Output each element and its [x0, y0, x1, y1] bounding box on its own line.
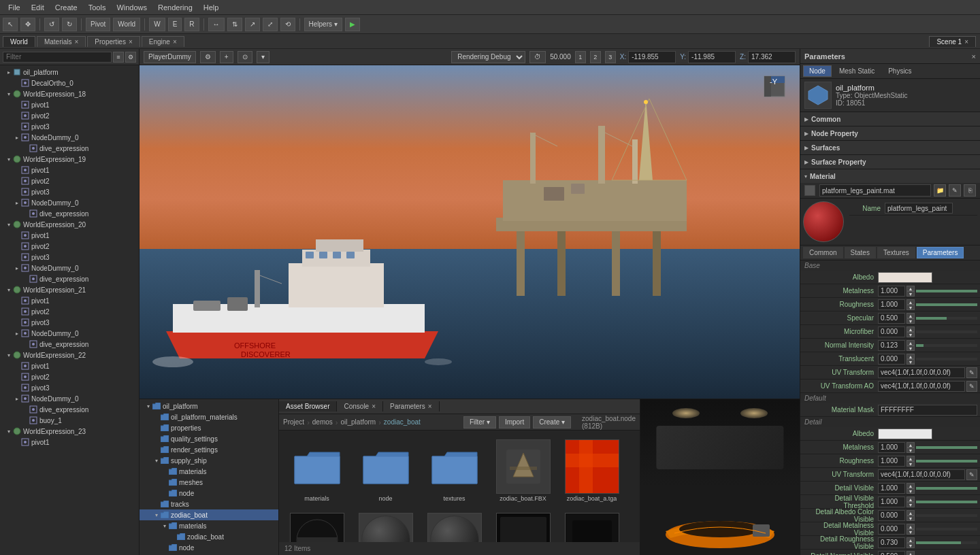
- spin-up[interactable]: ▲: [906, 483, 915, 488]
- slider-track[interactable]: [916, 446, 977, 449]
- tab-materials[interactable]: Materials ×: [37, 36, 86, 47]
- zodiac-boat-preview[interactable]: [640, 487, 800, 555]
- toolbar-redo-btn[interactable]: ↻: [62, 18, 77, 31]
- right-tab-node[interactable]: Node: [803, 65, 832, 77]
- spin-up[interactable]: ▲: [906, 537, 915, 543]
- scene-tree-item[interactable]: pivot3: [0, 382, 139, 393]
- viewport-3d[interactable]: OFFSHORE DISCOVERER -Y: [140, 65, 800, 399]
- spin-down[interactable]: ▼: [906, 318, 915, 324]
- slider-track[interactable]: [916, 528, 977, 531]
- section-surface-property-header[interactable]: ▶ Surface Property: [800, 155, 980, 169]
- spin-up[interactable]: ▲: [906, 354, 915, 359]
- asset-tab-console-close[interactable]: ×: [372, 403, 376, 410]
- asset-tab-params[interactable]: Parameters ×: [383, 401, 440, 411]
- slider-input[interactable]: [878, 456, 905, 467]
- breadcrumb-demos[interactable]: demos: [312, 418, 333, 426]
- mat-tab-parameters[interactable]: Parameters: [917, 247, 964, 258]
- text-input[interactable]: [878, 367, 965, 378]
- vp-zoom-mid[interactable]: 2: [590, 51, 601, 63]
- scene-tree-item[interactable]: ▸NodeDummy_0: [0, 328, 139, 339]
- slider-input[interactable]: [878, 551, 905, 556]
- section-common-header[interactable]: ▶ Common: [800, 112, 980, 126]
- scene-tree-item[interactable]: dive_expression: [0, 143, 139, 154]
- asset-item[interactable]: zodiac_boat.FBX: [491, 436, 555, 505]
- material-name-input[interactable]: [885, 203, 953, 214]
- slider-track[interactable]: [916, 541, 977, 544]
- scene-tree-item[interactable]: pivot2: [0, 371, 139, 382]
- spin-down[interactable]: ▼: [906, 346, 915, 351]
- folder-tree-item[interactable]: ▾zodiac_boat: [140, 509, 278, 520]
- scene-tree-item[interactable]: ▸NodeDummy_0: [0, 197, 139, 208]
- slider-input[interactable]: [878, 340, 905, 351]
- scene-tree-item[interactable]: ▾WorldExpression_18: [0, 88, 139, 99]
- scene-tree-item[interactable]: dive_expression: [0, 208, 139, 219]
- filter-settings-btn[interactable]: ⚙: [125, 52, 136, 63]
- asset-item[interactable]: zodiac_boat_a.tga: [559, 436, 624, 505]
- breadcrumb-zodiac-boat[interactable]: zodiac_boat: [384, 418, 421, 426]
- color-swatch[interactable]: [878, 428, 932, 439]
- asset-filter-btn[interactable]: Filter ▾: [463, 416, 496, 428]
- spin-up[interactable]: ▲: [906, 551, 915, 556]
- scene-tree-item[interactable]: pivot1: [0, 437, 139, 448]
- scene-tree-item[interactable]: pivot3: [0, 121, 139, 132]
- asset-item[interactable]: zodiac_boat_alb...: [284, 509, 349, 542]
- menu-windows[interactable]: Windows: [111, 2, 152, 13]
- slider-input[interactable]: [878, 510, 905, 521]
- folder-tree-item[interactable]: ▾materials: [140, 520, 278, 531]
- toolbar-snap4-btn[interactable]: ⤢: [263, 18, 278, 31]
- folder-tree-item[interactable]: node: [140, 488, 278, 499]
- slider-input[interactable]: [878, 286, 905, 297]
- menu-rendering[interactable]: Rendering: [152, 2, 198, 13]
- spin-down[interactable]: ▼: [906, 448, 915, 453]
- vp-camera-btn[interactable]: ⊙: [238, 51, 252, 63]
- asset-tab-params-close[interactable]: ×: [428, 403, 432, 410]
- scene-tree-item[interactable]: ▾WorldExpression_23: [0, 426, 139, 437]
- spin-up[interactable]: ▲: [906, 326, 915, 332]
- folder-tree-item[interactable]: render_settings: [140, 444, 278, 455]
- scene-tree-item[interactable]: ▾WorldExpression_21: [0, 284, 139, 295]
- text-input[interactable]: [878, 381, 965, 392]
- toolbar-select-btn[interactable]: ↖: [3, 18, 18, 31]
- scene-tree-item[interactable]: buoy_1: [0, 415, 139, 426]
- toolbar-e-btn[interactable]: E: [168, 18, 182, 31]
- scene-tree-item[interactable]: dive_expression: [0, 404, 139, 415]
- spin-up[interactable]: ▲: [906, 497, 915, 502]
- folder-tree-item[interactable]: node: [140, 542, 278, 553]
- toolbar-play-btn[interactable]: ▶: [345, 18, 360, 31]
- slider-input[interactable]: [878, 442, 905, 453]
- tab-properties[interactable]: Properties ×: [87, 36, 140, 47]
- color-swatch[interactable]: [878, 272, 932, 283]
- slider-track[interactable]: [916, 317, 977, 320]
- text-input[interactable]: [878, 405, 977, 416]
- material-sphere-preview[interactable]: [803, 201, 844, 242]
- folder-tree-item[interactable]: ▾oil_platform: [140, 401, 278, 411]
- uv-edit-btn[interactable]: ✎: [966, 367, 977, 378]
- scene-tree-item[interactable]: pivot1: [0, 99, 139, 110]
- slider-input[interactable]: [878, 497, 905, 507]
- scene-tree-item[interactable]: pivot1: [0, 230, 139, 241]
- mat-browse-btn[interactable]: 📁: [934, 184, 946, 197]
- slider-track[interactable]: [916, 514, 977, 517]
- spin-down[interactable]: ▼: [906, 332, 915, 337]
- asset-item[interactable]: textures: [422, 436, 487, 505]
- mat-tab-textures[interactable]: Textures: [877, 247, 915, 258]
- vp-add-btn[interactable]: +: [220, 51, 233, 63]
- toolbar-undo-btn[interactable]: ↺: [44, 18, 59, 31]
- spin-up[interactable]: ▲: [906, 442, 915, 448]
- parameters-close[interactable]: ×: [972, 52, 976, 61]
- compass-widget[interactable]: -Y: [759, 71, 794, 106]
- toolbar-move-btn[interactable]: ✥: [20, 18, 35, 31]
- spin-down[interactable]: ▼: [906, 291, 915, 297]
- breadcrumb-oil-platform[interactable]: oil_platform: [340, 418, 376, 426]
- slider-track[interactable]: [916, 331, 977, 333]
- scene-tree-item[interactable]: ▸NodeDummy_0: [0, 393, 139, 404]
- folder-tree-item[interactable]: quality_settings: [140, 433, 278, 444]
- slider-track[interactable]: [916, 487, 977, 490]
- slider-input[interactable]: [878, 313, 905, 324]
- scene-tree-item[interactable]: pivot1: [0, 295, 139, 306]
- slider-track[interactable]: [916, 303, 977, 306]
- toolbar-snap1-btn[interactable]: ↔: [208, 18, 225, 31]
- scene-tree-item[interactable]: pivot3: [0, 252, 139, 263]
- folder-tree-item[interactable]: ▾supply_ship: [140, 455, 278, 466]
- scene-tree-item[interactable]: dive_expression: [0, 273, 139, 284]
